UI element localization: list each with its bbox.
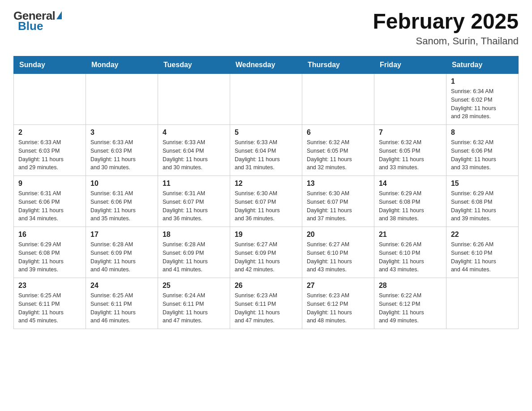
day-number: 13 [307, 180, 369, 188]
calendar-cell [446, 278, 518, 329]
title-block: February 2025 Sanom, Surin, Thailand [373, 9, 519, 47]
day-info: Sunrise: 6:34 AMSunset: 6:02 PMDaylight:… [451, 87, 514, 121]
calendar-cell [302, 74, 374, 125]
day-number: 15 [451, 180, 514, 188]
day-info: Sunrise: 6:28 AMSunset: 6:09 PMDaylight:… [163, 240, 225, 274]
calendar-cell [374, 74, 446, 125]
calendar-cell: 2Sunrise: 6:33 AMSunset: 6:03 PMDaylight… [14, 125, 86, 176]
day-of-week-header: Wednesday [230, 56, 302, 74]
day-info: Sunrise: 6:23 AMSunset: 6:12 PMDaylight:… [307, 291, 369, 325]
day-number: 19 [235, 231, 297, 239]
day-number: 12 [235, 180, 297, 188]
day-number: 24 [90, 282, 153, 290]
page-header: General Blue February 2025 Sanom, Surin,… [13, 9, 519, 47]
day-number: 2 [18, 128, 81, 137]
calendar-cell: 19Sunrise: 6:27 AMSunset: 6:09 PMDayligh… [230, 227, 302, 278]
day-info: Sunrise: 6:31 AMSunset: 6:06 PMDaylight:… [90, 189, 153, 223]
day-info: Sunrise: 6:28 AMSunset: 6:09 PMDaylight:… [90, 240, 153, 274]
day-number: 27 [307, 282, 369, 290]
calendar-cell: 6Sunrise: 6:32 AMSunset: 6:05 PMDaylight… [302, 125, 374, 176]
day-number: 9 [18, 180, 81, 188]
day-number: 4 [163, 128, 225, 137]
month-title: February 2025 [373, 9, 519, 34]
calendar-week-row: 1Sunrise: 6:34 AMSunset: 6:02 PMDaylight… [14, 74, 519, 125]
day-number: 10 [90, 180, 153, 188]
calendar-cell [230, 74, 302, 125]
day-info: Sunrise: 6:32 AMSunset: 6:05 PMDaylight:… [379, 138, 442, 172]
day-number: 5 [235, 128, 297, 137]
day-number: 18 [163, 231, 225, 239]
day-info: Sunrise: 6:30 AMSunset: 6:07 PMDaylight:… [307, 189, 369, 223]
day-info: Sunrise: 6:26 AMSunset: 6:10 PMDaylight:… [451, 240, 514, 274]
calendar-cell [158, 74, 230, 125]
day-info: Sunrise: 6:29 AMSunset: 6:08 PMDaylight:… [451, 189, 514, 223]
calendar-cell: 1Sunrise: 6:34 AMSunset: 6:02 PMDaylight… [446, 74, 518, 125]
day-of-week-header: Sunday [14, 56, 86, 74]
day-of-week-header: Monday [86, 56, 158, 74]
day-info: Sunrise: 6:30 AMSunset: 6:07 PMDaylight:… [235, 189, 297, 223]
day-of-week-header: Saturday [446, 56, 518, 74]
calendar-cell: 20Sunrise: 6:27 AMSunset: 6:10 PMDayligh… [302, 227, 374, 278]
day-number: 8 [451, 128, 514, 137]
day-info: Sunrise: 6:33 AMSunset: 6:04 PMDaylight:… [235, 138, 297, 172]
day-info: Sunrise: 6:29 AMSunset: 6:08 PMDaylight:… [379, 189, 442, 223]
day-number: 21 [379, 231, 442, 239]
calendar-week-row: 9Sunrise: 6:31 AMSunset: 6:06 PMDaylight… [14, 176, 519, 227]
calendar-cell: 10Sunrise: 6:31 AMSunset: 6:06 PMDayligh… [86, 176, 158, 227]
calendar-cell [86, 74, 158, 125]
day-info: Sunrise: 6:25 AMSunset: 6:11 PMDaylight:… [90, 291, 153, 325]
day-number: 14 [379, 180, 442, 188]
logo: General Blue [13, 9, 62, 33]
day-info: Sunrise: 6:31 AMSunset: 6:06 PMDaylight:… [18, 189, 81, 223]
calendar-cell: 27Sunrise: 6:23 AMSunset: 6:12 PMDayligh… [302, 278, 374, 329]
day-info: Sunrise: 6:33 AMSunset: 6:04 PMDaylight:… [163, 138, 225, 172]
day-info: Sunrise: 6:32 AMSunset: 6:05 PMDaylight:… [307, 138, 369, 172]
calendar-cell: 12Sunrise: 6:30 AMSunset: 6:07 PMDayligh… [230, 176, 302, 227]
day-number: 26 [235, 282, 297, 290]
day-number: 25 [163, 282, 225, 290]
calendar-cell: 21Sunrise: 6:26 AMSunset: 6:10 PMDayligh… [374, 227, 446, 278]
calendar-cell: 9Sunrise: 6:31 AMSunset: 6:06 PMDaylight… [14, 176, 86, 227]
day-number: 23 [18, 282, 81, 290]
day-info: Sunrise: 6:25 AMSunset: 6:11 PMDaylight:… [18, 291, 81, 325]
day-number: 20 [307, 231, 369, 239]
day-of-week-header: Friday [374, 56, 446, 74]
day-number: 17 [90, 231, 153, 239]
day-number: 1 [451, 77, 514, 86]
calendar-week-row: 23Sunrise: 6:25 AMSunset: 6:11 PMDayligh… [14, 278, 519, 329]
calendar-week-row: 16Sunrise: 6:29 AMSunset: 6:08 PMDayligh… [14, 227, 519, 278]
day-info: Sunrise: 6:26 AMSunset: 6:10 PMDaylight:… [379, 240, 442, 274]
logo-triangle-icon [56, 11, 62, 19]
day-info: Sunrise: 6:23 AMSunset: 6:11 PMDaylight:… [235, 291, 297, 325]
calendar-table: SundayMondayTuesdayWednesdayThursdayFrid… [13, 56, 519, 329]
day-info: Sunrise: 6:27 AMSunset: 6:10 PMDaylight:… [307, 240, 369, 274]
calendar-cell: 11Sunrise: 6:31 AMSunset: 6:07 PMDayligh… [158, 176, 230, 227]
day-info: Sunrise: 6:32 AMSunset: 6:06 PMDaylight:… [451, 138, 514, 172]
calendar-cell: 23Sunrise: 6:25 AMSunset: 6:11 PMDayligh… [14, 278, 86, 329]
calendar-cell: 7Sunrise: 6:32 AMSunset: 6:05 PMDaylight… [374, 125, 446, 176]
day-info: Sunrise: 6:24 AMSunset: 6:11 PMDaylight:… [163, 291, 225, 325]
day-info: Sunrise: 6:29 AMSunset: 6:08 PMDaylight:… [18, 240, 81, 274]
calendar-cell: 24Sunrise: 6:25 AMSunset: 6:11 PMDayligh… [86, 278, 158, 329]
day-number: 3 [90, 128, 153, 137]
day-number: 16 [18, 231, 81, 239]
calendar-cell: 16Sunrise: 6:29 AMSunset: 6:08 PMDayligh… [14, 227, 86, 278]
calendar-cell: 14Sunrise: 6:29 AMSunset: 6:08 PMDayligh… [374, 176, 446, 227]
day-info: Sunrise: 6:33 AMSunset: 6:03 PMDaylight:… [90, 138, 153, 172]
location-title: Sanom, Surin, Thailand [373, 35, 519, 47]
calendar-cell: 4Sunrise: 6:33 AMSunset: 6:04 PMDaylight… [158, 125, 230, 176]
day-info: Sunrise: 6:33 AMSunset: 6:03 PMDaylight:… [18, 138, 81, 172]
calendar-header-row: SundayMondayTuesdayWednesdayThursdayFrid… [14, 56, 519, 74]
calendar-cell [14, 74, 86, 125]
calendar-cell: 17Sunrise: 6:28 AMSunset: 6:09 PMDayligh… [86, 227, 158, 278]
calendar-cell: 28Sunrise: 6:22 AMSunset: 6:12 PMDayligh… [374, 278, 446, 329]
calendar-cell: 22Sunrise: 6:26 AMSunset: 6:10 PMDayligh… [446, 227, 518, 278]
calendar-cell: 3Sunrise: 6:33 AMSunset: 6:03 PMDaylight… [86, 125, 158, 176]
day-of-week-header: Thursday [302, 56, 374, 74]
calendar-cell: 8Sunrise: 6:32 AMSunset: 6:06 PMDaylight… [446, 125, 518, 176]
day-info: Sunrise: 6:27 AMSunset: 6:09 PMDaylight:… [235, 240, 297, 274]
calendar-week-row: 2Sunrise: 6:33 AMSunset: 6:03 PMDaylight… [14, 125, 519, 176]
calendar-cell: 25Sunrise: 6:24 AMSunset: 6:11 PMDayligh… [158, 278, 230, 329]
day-of-week-header: Tuesday [158, 56, 230, 74]
day-number: 7 [379, 128, 442, 137]
